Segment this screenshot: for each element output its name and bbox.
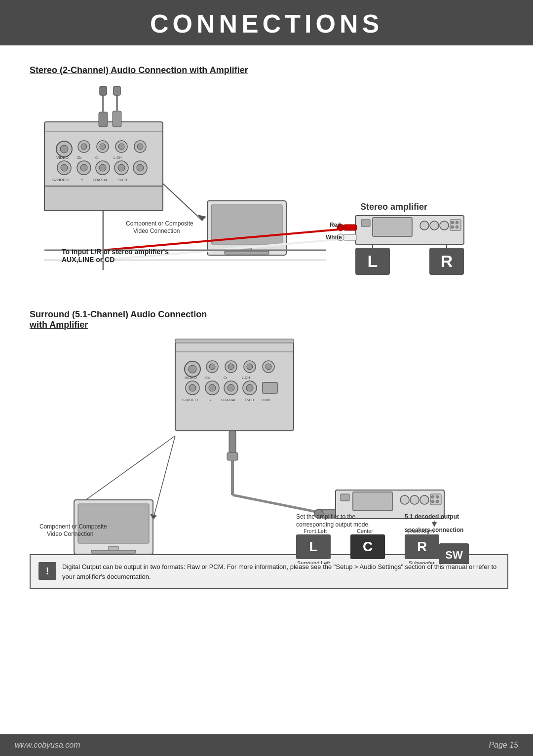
svg-text:Front Right: Front Right — [407, 528, 434, 534]
svg-rect-6 — [100, 86, 107, 95]
svg-point-29 — [118, 164, 125, 171]
input-info-line2: AUX,LINE or CD — [62, 256, 169, 264]
svg-point-56 — [456, 226, 458, 228]
svg-point-120 — [436, 495, 439, 498]
svg-text:Y: Y — [81, 178, 83, 182]
svg-point-15 — [118, 144, 124, 150]
svg-point-17 — [137, 144, 143, 150]
svg-point-115 — [400, 495, 409, 504]
svg-point-54 — [456, 221, 458, 224]
svg-point-84 — [247, 364, 253, 370]
page-footer: www.cobyusa.com Page 15 — [0, 734, 533, 756]
svg-point-116 — [410, 495, 419, 504]
svg-point-78 — [189, 365, 196, 373]
svg-point-11 — [81, 144, 87, 150]
svg-rect-99 — [263, 382, 277, 393]
svg-point-82 — [228, 364, 234, 370]
svg-rect-125 — [109, 546, 118, 550]
svg-text:Component or Composite: Component or Composite — [39, 523, 107, 530]
footer-page: Page 15 — [489, 741, 518, 750]
svg-text:White: White — [326, 234, 342, 241]
svg-text:COAXIAL: COAXIAL — [93, 178, 108, 182]
svg-rect-58 — [343, 225, 357, 230]
svg-text:Cr: Cr — [95, 156, 99, 159]
svg-text:SW: SW — [445, 549, 463, 561]
page-title: CONNECTIONS — [0, 9, 533, 38]
svg-text:COAXIAL: COAXIAL — [221, 398, 236, 402]
svg-rect-113 — [341, 494, 349, 501]
svg-text:L-CH: L-CH — [242, 376, 250, 379]
svg-text:L: L — [368, 252, 378, 270]
svg-text:HDMI: HDMI — [262, 398, 270, 402]
svg-text:Stereo amplifier: Stereo amplifier — [360, 202, 427, 212]
svg-text:Cr: Cr — [224, 376, 228, 379]
svg-text:Surround Left: Surround Left — [297, 560, 330, 564]
svg-point-86 — [266, 364, 271, 370]
svg-text:corresponding output mode.: corresponding output mode. — [296, 521, 370, 528]
svg-rect-7 — [114, 86, 120, 95]
svg-line-111 — [79, 436, 175, 505]
svg-text:Component or Composite: Component or Composite — [126, 220, 193, 227]
svg-text:R-CH: R-CH — [118, 178, 127, 182]
svg-point-49 — [420, 221, 429, 230]
stereo-section: Stereo (2-Channel) Audio Connection with… — [30, 65, 508, 290]
svg-text:Cb: Cb — [205, 376, 210, 379]
svg-rect-126 — [91, 550, 136, 553]
svg-point-9 — [60, 145, 68, 153]
svg-rect-2 — [99, 112, 108, 127]
svg-point-119 — [431, 495, 434, 498]
svg-rect-76 — [175, 339, 294, 343]
svg-point-92 — [189, 384, 196, 391]
svg-text:VIDEO: VIDEO — [185, 376, 197, 380]
svg-text:VIDEO: VIDEO — [56, 155, 69, 160]
svg-point-53 — [451, 221, 454, 224]
warning-icon: ! — [38, 562, 56, 580]
svg-text:C: C — [363, 539, 373, 554]
svg-point-31 — [137, 164, 144, 171]
svg-point-23 — [61, 164, 68, 171]
svg-point-13 — [100, 144, 106, 150]
content-area: Stereo (2-Channel) Audio Connection with… — [0, 45, 533, 629]
input-info: To input L/R of stereo amplifier's AUX,L… — [62, 248, 169, 264]
page-header: CONNECTIONS — [0, 0, 533, 45]
svg-rect-106 — [227, 453, 238, 460]
svg-point-96 — [228, 384, 234, 391]
svg-point-80 — [209, 364, 215, 370]
svg-text:Video Connection: Video Connection — [47, 530, 94, 537]
svg-text:Y: Y — [209, 398, 212, 402]
svg-line-37 — [163, 184, 202, 221]
svg-point-55 — [451, 226, 454, 228]
svg-text:S-VIDEO: S-VIDEO — [52, 178, 69, 182]
svg-rect-36 — [44, 186, 163, 211]
svg-text:5.1 decoded output: 5.1 decoded output — [405, 513, 459, 520]
svg-point-50 — [430, 221, 439, 230]
footer-url: www.cobyusa.com — [15, 741, 80, 750]
input-info-line1: To input L/R of stereo amplifier's — [62, 248, 169, 256]
svg-line-129 — [153, 436, 175, 520]
svg-text:Video Connection: Video Connection — [133, 227, 180, 234]
svg-rect-105 — [229, 431, 236, 455]
svg-point-27 — [99, 164, 106, 171]
svg-text:Set the amplifier to the: Set the amplifier to the — [296, 513, 355, 520]
svg-text:R-CH: R-CH — [245, 398, 254, 402]
svg-rect-3 — [113, 111, 121, 127]
svg-text:L-CH: L-CH — [114, 156, 121, 159]
svg-rect-44 — [225, 251, 269, 254]
surround-heading: Surround (5.1-Channel) Audio Connection … — [30, 309, 508, 330]
svg-rect-61 — [343, 234, 357, 240]
svg-text:R: R — [441, 252, 453, 270]
svg-text:R: R — [417, 539, 427, 554]
svg-point-51 — [440, 221, 449, 230]
svg-point-94 — [209, 384, 216, 391]
svg-rect-48 — [373, 218, 412, 236]
svg-text:Center: Center — [357, 528, 373, 534]
svg-point-25 — [80, 164, 87, 171]
svg-point-98 — [246, 384, 253, 391]
svg-text:Red: Red — [330, 222, 341, 228]
svg-text:Subwoofer: Subwoofer — [409, 560, 435, 564]
svg-line-108 — [232, 495, 326, 514]
svg-text:S-VIDEO: S-VIDEO — [182, 398, 198, 402]
stereo-heading: Stereo (2-Channel) Audio Connection with… — [30, 65, 508, 76]
svg-text:L: L — [309, 539, 317, 554]
svg-text:Front Left: Front Left — [304, 528, 327, 534]
